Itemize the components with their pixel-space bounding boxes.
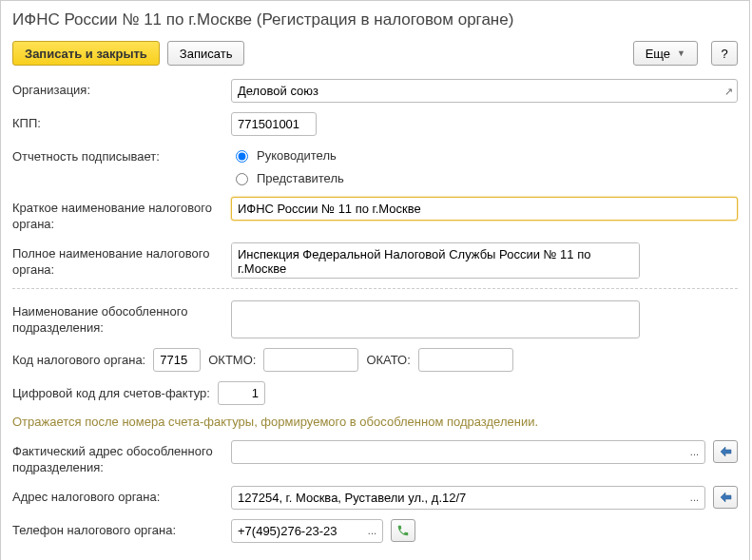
oktmo-field[interactable] <box>263 348 358 372</box>
label-signer: Отчетность подписывает: <box>12 145 222 165</box>
divider <box>12 288 738 289</box>
ellipsis-button[interactable]: ... <box>687 446 702 457</box>
label-short-name: Краткое наименование налогового органа: <box>12 197 222 233</box>
fill-arrow-button[interactable] <box>713 440 738 463</box>
radio-leader[interactable] <box>236 150 248 163</box>
label-okato: ОКАТО: <box>366 353 410 367</box>
arrow-left-icon <box>719 492 732 503</box>
toolbar: Записать и закрыть Записать Еще▼ ? <box>12 41 738 66</box>
call-button[interactable] <box>391 519 415 542</box>
label-digital-code: Цифровой код для счетов-фактур: <box>12 386 210 400</box>
page-title: ИФНС России № 11 по г.Москве (Регистраци… <box>12 10 738 29</box>
phone-field[interactable] <box>231 519 383 543</box>
radio-leader-label: Руководитель <box>257 148 337 163</box>
org-field[interactable] <box>231 79 738 103</box>
label-tax-code: Код налогового органа: <box>12 353 145 367</box>
help-button[interactable]: ? <box>711 41 738 66</box>
hint-text: Отражается после номера счета-фактуры, ф… <box>12 415 738 429</box>
ellipsis-button[interactable]: ... <box>687 492 702 503</box>
ellipsis-button[interactable]: ... <box>365 525 379 536</box>
chevron-down-icon: ▼ <box>677 48 685 58</box>
radio-representative-label: Представитель <box>257 171 344 185</box>
okato-field[interactable] <box>418 348 513 372</box>
arrow-left-icon <box>719 446 732 457</box>
kpp-field[interactable] <box>231 112 317 136</box>
label-tax-addr: Адрес налогового органа: <box>12 486 222 506</box>
phone-icon <box>396 524 410 537</box>
actual-addr-field[interactable] <box>231 440 705 464</box>
tax-code-field[interactable] <box>153 348 201 372</box>
save-close-button[interactable]: Записать и закрыть <box>12 41 160 66</box>
label-phone: Телефон налогового органа: <box>12 519 222 539</box>
label-org: Организация: <box>12 79 222 99</box>
tax-addr-field[interactable] <box>231 486 705 510</box>
label-oktmo: ОКТМО: <box>208 353 256 367</box>
label-kpp: КПП: <box>12 112 222 132</box>
label-full-name: Полное наименование налогового органа: <box>12 242 222 279</box>
open-icon[interactable]: ↗ <box>724 85 733 97</box>
short-name-field[interactable] <box>231 197 738 221</box>
label-division-name: Наименование обособленного подразделения… <box>12 300 222 337</box>
full-name-field[interactable] <box>231 242 640 279</box>
radio-representative[interactable] <box>236 173 248 185</box>
save-button[interactable]: Записать <box>167 41 245 66</box>
label-actual-addr: Фактический адрес обособленного подразде… <box>12 440 222 476</box>
fill-arrow-button[interactable] <box>713 486 738 509</box>
division-name-field[interactable] <box>231 300 640 338</box>
digital-code-field[interactable] <box>218 381 265 405</box>
more-button[interactable]: Еще▼ <box>633 41 698 66</box>
